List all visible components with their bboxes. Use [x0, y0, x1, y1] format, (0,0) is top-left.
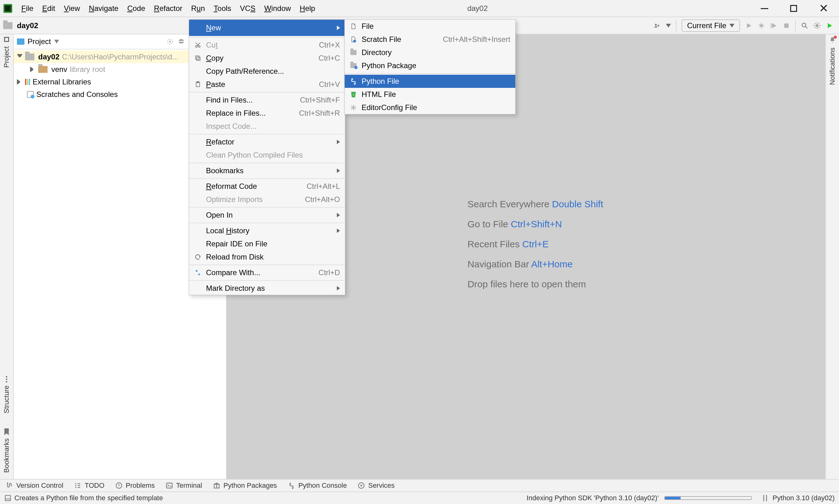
ctx-find-in-files[interactable]: Find in Files...Ctrl+Shift+F	[189, 93, 345, 107]
run-anything-icon[interactable]	[826, 22, 833, 30]
window-maximize-button[interactable]	[790, 5, 797, 12]
project-tool-button[interactable]: Project	[2, 37, 11, 69]
new-html-file[interactable]: 5HTML File	[345, 88, 515, 101]
menu-navigate[interactable]: Navigate	[85, 2, 123, 15]
structure-tool-button[interactable]: Structure	[2, 376, 11, 415]
ctx-copy[interactable]: CopyCtrl+C	[189, 52, 345, 65]
ctx-new[interactable]: New	[189, 20, 345, 36]
search-icon[interactable]	[801, 22, 808, 30]
progress-bar[interactable]	[664, 496, 752, 500]
progress-fill	[665, 497, 681, 499]
left-tool-rail: Project Structure Bookmarks	[0, 34, 14, 479]
status-toolwindow-icon[interactable]	[4, 494, 11, 502]
menu-refactor[interactable]: Refactor	[150, 2, 187, 15]
new-directory[interactable]: Directory	[345, 46, 515, 59]
ctx-label: Replace in Files...	[206, 109, 295, 118]
project-rail-icon	[4, 37, 9, 42]
new-submenu[interactable]: FileScratch FileCtrl+Alt+Shift+InsertDir…	[344, 19, 516, 114]
new-scratch-file[interactable]: Scratch FileCtrl+Alt+Shift+Insert	[345, 33, 515, 46]
ctx-open-in[interactable]: Open In	[189, 209, 345, 222]
separator	[189, 134, 345, 134]
tool-version-control[interactable]: Version Control	[6, 482, 63, 490]
tool-todo[interactable]: TODO	[74, 482, 104, 490]
tool-python-console[interactable]: Python Console	[288, 482, 347, 490]
project-panel-title[interactable]: Project	[28, 37, 51, 46]
notifications-tool-button[interactable]: Notifications	[828, 36, 837, 87]
tool-terminal[interactable]: Terminal	[166, 482, 202, 490]
separator	[189, 178, 345, 179]
run-config-selector[interactable]: Current File	[682, 19, 740, 32]
svg-rect-9	[196, 57, 200, 60]
main-body: Project Structure Bookmarks Project	[0, 34, 839, 479]
ctx-local-history[interactable]: Local History	[189, 224, 345, 237]
ctx-reload-from-disk[interactable]: Reload from Disk	[189, 250, 345, 264]
new-python-package[interactable]: Python Package	[345, 59, 515, 72]
blank-icon	[194, 96, 202, 104]
new-python-file[interactable]: Python File	[345, 75, 515, 88]
stop-icon[interactable]	[783, 22, 790, 30]
settings-gear-icon[interactable]	[813, 22, 821, 30]
submenu-label: Directory	[362, 48, 510, 57]
status-bar: Creates a Python file from the specified…	[0, 491, 839, 504]
debug-icon[interactable]	[758, 22, 765, 30]
run-icon[interactable]	[745, 22, 753, 30]
chevron-right-icon[interactable]	[30, 67, 36, 72]
tip-search-everywhere: Search Everywhere Double Shift	[467, 199, 603, 210]
status-interpreter[interactable]: Python 3.10 (day02)	[773, 494, 835, 502]
blank-icon	[194, 138, 202, 146]
ctx-repair-ide-on-file[interactable]: Repair IDE on File	[189, 237, 345, 250]
ctx-reformat-code[interactable]: Reformat CodeCtrl+Alt+L	[189, 180, 345, 193]
blank-icon	[194, 109, 202, 117]
tool-services[interactable]: Services	[358, 482, 394, 490]
context-menu[interactable]: NewCutCtrl+XCopyCtrl+CCopy Path/Referenc…	[189, 19, 345, 295]
separator	[345, 73, 515, 74]
code-with-me-icon[interactable]	[653, 22, 661, 30]
menu-view[interactable]: View	[59, 2, 85, 15]
tool-python-packages[interactable]: Python Packages	[213, 482, 277, 490]
chevron-down-icon	[730, 24, 734, 28]
tip-drop-files: Drop files here to open them	[467, 279, 603, 289]
menu-code[interactable]: Code	[123, 2, 149, 15]
editorconfig-icon	[350, 104, 357, 111]
ctx-paste[interactable]: PasteCtrl+V	[189, 78, 345, 91]
tool-problems[interactable]: Problems	[115, 482, 155, 490]
tip-goto-file: Go to File Ctrl+Shift+N	[467, 219, 603, 230]
window-minimize-button[interactable]	[761, 8, 768, 9]
svg-point-23	[290, 484, 291, 485]
chevron-right-icon[interactable]	[17, 79, 22, 85]
chevron-down-icon[interactable]	[17, 54, 22, 60]
project-view-chevron-icon[interactable]	[54, 40, 59, 43]
ctx-bookmarks[interactable]: Bookmarks	[189, 164, 345, 177]
ctx-copy-path-reference[interactable]: Copy Path/Reference...	[189, 65, 345, 78]
new-editorconfig-file[interactable]: EditorConfig File	[345, 101, 515, 114]
svg-rect-1	[784, 23, 789, 28]
select-opened-file-icon[interactable]	[166, 37, 174, 46]
status-grip-icon[interactable]	[763, 495, 767, 501]
menu-edit[interactable]: Edit	[38, 2, 59, 15]
ctx-replace-in-files[interactable]: Replace in Files...Ctrl+Shift+R	[189, 107, 345, 120]
svg-point-5	[169, 41, 171, 42]
separator	[189, 265, 345, 265]
tree-ext-lib-label: External Libraries	[33, 77, 91, 86]
ctx-compare-with[interactable]: Compare With...Ctrl+D	[189, 266, 345, 279]
menu-file[interactable]: File	[17, 2, 38, 15]
ctx-refactor[interactable]: Refactor	[189, 136, 345, 148]
code-with-me-dropdown-icon[interactable]	[666, 24, 671, 28]
blank-icon	[194, 285, 202, 292]
coverage-icon[interactable]	[770, 22, 778, 30]
expand-all-icon[interactable]	[177, 37, 185, 46]
bookmarks-tool-button[interactable]: Bookmarks	[2, 428, 11, 474]
ctx-inspect-code: Inspect Code...	[189, 120, 345, 133]
menu-bar: File Edit View Navigate Code Refactor Ru…	[0, 0, 839, 17]
window-close-button[interactable]: ✕	[819, 4, 828, 13]
blank-icon	[194, 151, 202, 159]
separator	[189, 92, 345, 92]
tree-root-path: C:\Users\Hao\PycharmProjects\d...	[62, 53, 178, 61]
tree-venv-tag: library root	[70, 65, 105, 74]
new-file[interactable]: File	[345, 20, 515, 33]
status-indexing[interactable]: Indexing Python SDK 'Python 3.10 (day02)…	[527, 494, 659, 502]
shortcut: Ctrl+Shift+F	[300, 96, 340, 104]
breadcrumb-project[interactable]: day02	[17, 21, 38, 30]
ctx-mark-directory-as[interactable]: Mark Directory as	[189, 282, 345, 295]
ctx-label: Copy Path/Reference...	[206, 67, 340, 76]
